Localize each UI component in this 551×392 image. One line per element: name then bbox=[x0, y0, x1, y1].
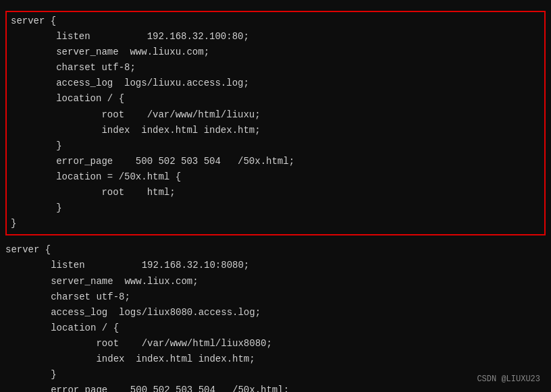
code-block-1: server { listen 192.168.32.100:80; serve… bbox=[5, 11, 546, 235]
code-block-2: server { listen 192.168.32.10:8080; serv… bbox=[0, 240, 551, 392]
watermark: CSDN @LIUXU23 bbox=[477, 374, 540, 384]
code-pre-1: server { listen 192.168.32.100:80; serve… bbox=[11, 13, 540, 231]
code-container: server { listen 192.168.32.100:80; serve… bbox=[0, 0, 551, 392]
code-pre-2: server { listen 192.168.32.10:8080; serv… bbox=[5, 242, 546, 392]
